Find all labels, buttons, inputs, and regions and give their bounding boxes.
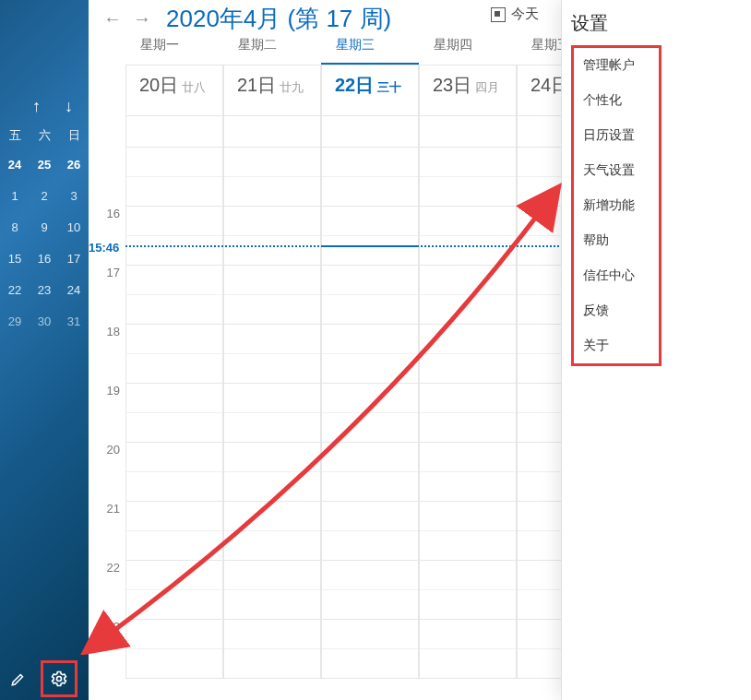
time-cell[interactable] [223, 266, 321, 325]
allday-cell[interactable] [223, 116, 321, 148]
mini-cal-day[interactable]: 1 [0, 181, 30, 212]
hour-label: 22 [89, 561, 125, 620]
mini-cal-down-icon[interactable]: ↓ [65, 97, 73, 116]
mini-cal-day-headers: 五 六 日 [0, 123, 89, 148]
time-cell[interactable] [419, 620, 517, 679]
mini-cal-day[interactable]: 8 [0, 212, 30, 243]
time-cell[interactable] [419, 266, 517, 325]
time-cell[interactable] [125, 502, 223, 561]
mini-cal-day[interactable]: 22 [0, 275, 30, 306]
settings-item[interactable]: 天气设置 [574, 153, 659, 188]
settings-item[interactable]: 个性化 [574, 83, 659, 118]
allday-cell[interactable] [321, 116, 419, 148]
time-cell[interactable] [125, 266, 223, 325]
settings-item[interactable]: 反馈 [574, 293, 659, 328]
date-number: 22日 [335, 75, 374, 95]
date-header-cell[interactable]: 23日四月 [419, 65, 517, 116]
mini-cal-day[interactable]: 23 [30, 275, 59, 306]
settings-title: 设置 [571, 11, 751, 36]
time-cell[interactable] [419, 384, 517, 443]
mini-cal-day[interactable]: 24 [0, 149, 30, 181]
lunar-label: 三十 [377, 80, 401, 94]
time-cell[interactable] [321, 325, 419, 384]
settings-item[interactable]: 帮助 [574, 223, 659, 258]
time-cell[interactable] [125, 325, 223, 384]
weekday-header: 星期三 [321, 37, 419, 65]
time-cell[interactable] [223, 384, 321, 443]
date-number: 23日 [433, 75, 471, 95]
hour-label: 20 [89, 443, 125, 502]
sidebar-bottom-icons [0, 660, 89, 697]
date-header-cell[interactable]: 21日廿九 [223, 65, 321, 116]
time-cell[interactable] [419, 148, 517, 207]
time-cell[interactable] [223, 502, 321, 561]
mini-cal-head-fri: 五 [0, 123, 30, 148]
time-cell[interactable] [321, 561, 419, 620]
time-cell[interactable] [419, 561, 517, 620]
mini-cal-day[interactable]: 2 [30, 181, 59, 212]
time-cell[interactable] [321, 502, 419, 561]
time-cell[interactable] [321, 443, 419, 502]
settings-item[interactable]: 日历设置 [574, 118, 659, 153]
settings-item[interactable]: 关于 [574, 328, 659, 363]
date-header-cell[interactable]: 22日三十 [321, 65, 419, 116]
time-cell[interactable] [125, 207, 223, 266]
mini-cal-day[interactable]: 25 [30, 149, 59, 181]
time-cell[interactable] [419, 325, 517, 384]
mini-cal-up-icon[interactable]: ↑ [32, 97, 41, 116]
time-cell[interactable] [223, 148, 321, 207]
time-cell[interactable] [321, 266, 419, 325]
time-cell[interactable] [419, 443, 517, 502]
time-cell[interactable] [223, 443, 321, 502]
time-cell[interactable] [223, 207, 321, 266]
time-cell[interactable] [321, 384, 419, 443]
mini-cal-day[interactable]: 31 [59, 306, 89, 338]
mini-cal-day[interactable]: 3 [59, 181, 89, 212]
current-time-label: 15:46 [89, 241, 119, 300]
time-cell[interactable] [223, 325, 321, 384]
current-time-line-today [321, 245, 419, 247]
time-cell[interactable] [321, 207, 419, 266]
mini-cal-day[interactable]: 24 [59, 275, 89, 306]
hour-label: 21 [89, 502, 125, 561]
time-cell[interactable] [223, 620, 321, 679]
mini-cal-head-sun: 日 [59, 123, 89, 148]
time-cell[interactable] [125, 443, 223, 502]
date-number: 21日 [237, 75, 276, 95]
mini-cal-day[interactable]: 16 [30, 243, 59, 275]
time-cell[interactable] [321, 148, 419, 207]
settings-item[interactable]: 新增功能 [574, 188, 659, 223]
time-cell[interactable] [125, 384, 223, 443]
allday-cell[interactable] [419, 116, 517, 148]
mini-cal-day[interactable]: 30 [30, 306, 59, 338]
time-cell[interactable] [223, 561, 321, 620]
mini-cal-day[interactable]: 9 [30, 212, 59, 243]
allday-cell[interactable] [125, 116, 223, 148]
date-number: 20日 [139, 75, 178, 95]
hour-label: 23 [89, 620, 125, 679]
edit-icon[interactable] [0, 660, 37, 697]
today-button[interactable]: 今天 [491, 6, 539, 23]
settings-item[interactable]: 信任中心 [574, 258, 659, 293]
settings-gear-button[interactable] [41, 660, 77, 697]
mini-cal-day[interactable]: 10 [59, 212, 89, 243]
mini-cal-day[interactable]: 15 [0, 243, 30, 275]
time-cell[interactable] [419, 207, 517, 266]
weekday-header: 星期二 [223, 37, 321, 65]
time-cell[interactable] [419, 502, 517, 561]
left-sidebar: ↑ ↓ 五 六 日 242526123891015161722232429303… [0, 0, 89, 700]
date-header-cell[interactable]: 20日廿八 [125, 65, 223, 116]
mini-cal-day[interactable]: 29 [0, 306, 30, 338]
mini-cal-day[interactable]: 17 [59, 243, 89, 275]
settings-panel: 设置 管理帐户个性化日历设置天气设置新增功能帮助信任中心反馈关于 [561, 0, 751, 700]
weekday-header: 星期四 [419, 37, 517, 65]
time-cell[interactable] [125, 148, 223, 207]
time-cell[interactable] [125, 561, 223, 620]
time-cell[interactable] [125, 620, 223, 679]
calendar-title: 2020年4月 (第 17 周) [166, 3, 391, 35]
settings-item[interactable]: 管理帐户 [574, 48, 659, 83]
time-cell[interactable] [321, 620, 419, 679]
chevron-left-icon[interactable]: ← [98, 8, 127, 30]
chevron-right-icon[interactable]: → [127, 8, 157, 30]
mini-cal-day[interactable]: 26 [59, 149, 89, 181]
